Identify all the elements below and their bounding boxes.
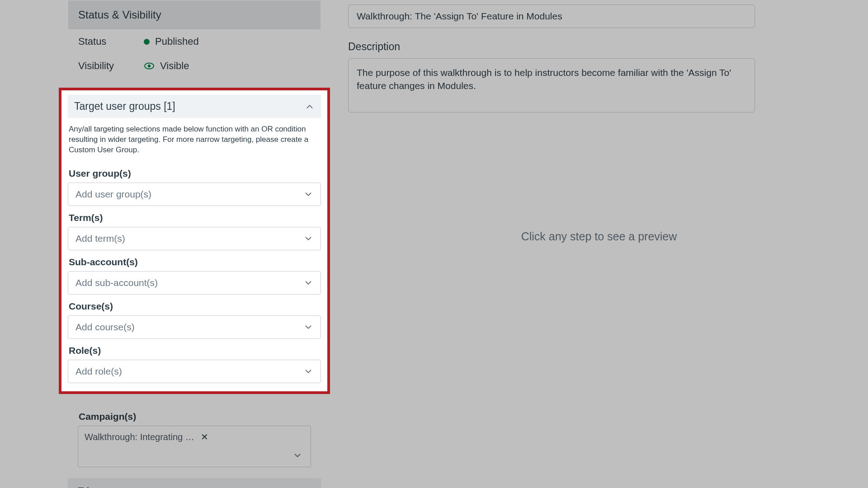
- target-groups-header[interactable]: Target user groups [1]: [68, 95, 321, 118]
- walkthrough-title-value: Walkthrough: The 'Assign To' Feature in …: [357, 11, 562, 22]
- eye-icon: [144, 61, 155, 71]
- courses-select[interactable]: Add course(s): [68, 315, 321, 339]
- user-groups-label: User group(s): [69, 168, 320, 179]
- courses-placeholder: Add course(s): [75, 322, 135, 333]
- visibility-row: Visibility Visible: [68, 54, 321, 78]
- preview-hint: Click any step to see a preview: [348, 230, 850, 243]
- triggers-label: Triggers: [78, 485, 114, 488]
- chevron-down-icon: [303, 322, 313, 332]
- chevron-down-icon: [303, 234, 313, 244]
- courses-label: Course(s): [69, 301, 320, 312]
- sub-accounts-select[interactable]: Add sub-account(s): [68, 271, 321, 295]
- campaign-chip-label: Walkthrough: Integrating …: [85, 432, 194, 442]
- description-textarea[interactable]: The purpose of this walkthrough is to he…: [348, 58, 755, 113]
- campaigns-select[interactable]: Walkthrough: Integrating … ✕: [78, 426, 311, 467]
- target-groups-help: Any/all targeting selections made below …: [68, 122, 321, 162]
- svg-point-1: [148, 65, 151, 67]
- status-label: Status: [78, 36, 144, 47]
- chevron-down-icon: [303, 189, 313, 199]
- close-icon[interactable]: ✕: [201, 432, 208, 442]
- sub-accounts-label: Sub-account(s): [69, 257, 320, 267]
- target-user-groups-panel: Target user groups [1] Any/all targeting…: [59, 88, 330, 394]
- user-groups-select[interactable]: Add user group(s): [68, 183, 321, 206]
- target-groups-title: Target user groups [1]: [74, 100, 175, 113]
- user-groups-placeholder: Add user group(s): [75, 189, 151, 200]
- campaign-chip[interactable]: Walkthrough: Integrating … ✕: [85, 432, 208, 442]
- campaigns-label: Campaign(s): [79, 411, 310, 422]
- terms-select[interactable]: Add term(s): [68, 227, 321, 250]
- terms-placeholder: Add term(s): [75, 233, 125, 244]
- walkthrough-title-input[interactable]: Walkthrough: The 'Assign To' Feature in …: [348, 5, 755, 28]
- visibility-value: Visible: [160, 60, 189, 72]
- chevron-up-icon[interactable]: [305, 102, 315, 112]
- status-visibility-header: Status & Visibility: [68, 0, 321, 29]
- terms-label: Term(s): [69, 212, 320, 223]
- chevron-down-icon[interactable]: [292, 450, 302, 460]
- chevron-down-icon: [301, 486, 311, 488]
- status-value: Published: [155, 36, 199, 47]
- published-dot-icon: [144, 39, 150, 45]
- description-label: Description: [348, 41, 850, 53]
- visibility-label: Visibility: [78, 60, 144, 72]
- chevron-down-icon: [303, 278, 313, 288]
- roles-placeholder: Add role(s): [75, 366, 122, 377]
- description-value: The purpose of this walkthrough is to he…: [357, 67, 731, 91]
- roles-select[interactable]: Add role(s): [68, 360, 321, 383]
- triggers-header[interactable]: Triggers: [68, 478, 321, 488]
- status-row: Status Published: [68, 29, 321, 54]
- chevron-down-icon: [303, 366, 313, 376]
- roles-label: Role(s): [69, 345, 320, 356]
- sub-accounts-placeholder: Add sub-account(s): [75, 277, 158, 288]
